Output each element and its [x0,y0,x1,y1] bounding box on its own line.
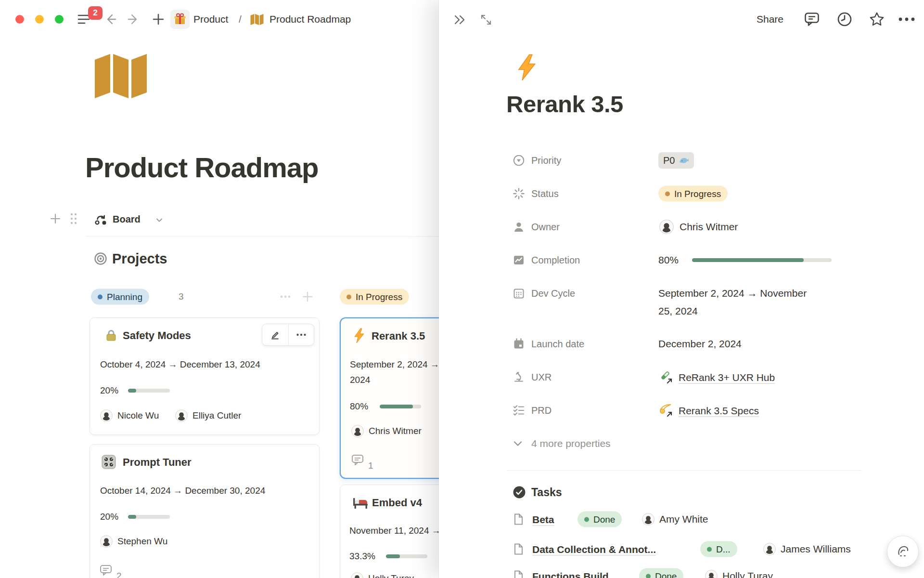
forward-arrow-icon[interactable] [128,13,140,26]
task-status-pill[interactable]: D... [700,541,737,557]
new-page-plus-icon[interactable] [152,13,165,26]
breadcrumb-item-product-roadmap[interactable]: Product Roadmap [270,13,351,25]
column-header-in-progress[interactable]: In Progress [340,289,409,305]
page-title[interactable]: Product Roadmap [85,151,319,184]
completion-progress-bar[interactable] [692,258,832,262]
lightning-icon [351,328,368,344]
dev-cycle-value-line2[interactable]: 25, 2024 [658,305,698,317]
bed-icon [352,495,369,510]
add-view-plus-icon[interactable] [50,213,61,224]
column-header-planning[interactable]: Planning [91,289,149,305]
card-safety-modes[interactable]: Safety Modes October 4, 2024 → December … [90,317,320,435]
page-icon [512,569,525,578]
card-prompt-tuner[interactable]: Prompt Tuner October 14, 2024 → December… [90,444,320,578]
back-arrow-icon[interactable] [104,13,116,26]
view-tab-board[interactable]: Board [113,214,141,225]
comment-icon [351,454,364,466]
control-knobs-icon [101,454,117,470]
avatar [705,570,718,578]
property-label-owner[interactable]: Owner [531,222,560,233]
task-title[interactable]: Functions Build [532,571,609,578]
more-properties-toggle[interactable]: 4 more properties [531,438,611,449]
card-title[interactable]: Embed v4 [372,497,422,509]
avatar [351,425,364,437]
dev-cycle-calendar-icon [512,287,526,300]
column-add-icon[interactable] [301,290,314,303]
property-label-launch-date[interactable]: Launch date [531,339,584,350]
expand-page-icon[interactable] [478,12,494,27]
whale-icon [679,155,689,166]
section-title-projects[interactable]: Projects [112,251,167,267]
status-dot [98,294,103,299]
avatar [100,535,113,548]
status-dot [646,574,651,578]
history-clock-icon[interactable] [835,11,854,28]
peek-panel: Share Rerank 3.5 [439,0,924,578]
card-title[interactable]: Prompt Tuner [123,456,192,469]
owner-value[interactable]: Chris Witmer [680,221,738,233]
property-label-status[interactable]: Status [531,188,559,199]
completion-icon [512,253,526,267]
avatar [175,409,188,422]
page-icon [512,512,525,526]
task-status-pill[interactable]: Done [639,568,683,578]
breadcrumb-item-product[interactable]: Product [193,13,228,25]
more-options-icon[interactable] [897,14,916,24]
page-icon-map[interactable] [91,51,150,101]
column-more-icon[interactable] [279,290,292,303]
task-title[interactable]: Data Collection & Annot... [532,544,656,556]
peek-page-icon-lightning[interactable] [515,54,538,83]
prd-checklist-icon [512,404,526,417]
property-label-priority[interactable]: Priority [531,155,561,166]
launch-date-value[interactable]: December 2, 2024 [658,338,742,350]
property-label-dev-cycle[interactable]: Dev Cycle [531,288,575,299]
card-title[interactable]: Safety Modes [123,329,191,342]
peek-title[interactable]: Rerank 3.5 [506,91,623,118]
share-button[interactable]: Share [757,13,783,25]
notion-ai-button[interactable] [887,536,919,567]
column-label: Planning [107,291,142,302]
comments-icon[interactable] [803,11,821,28]
uxr-link[interactable]: ReRank 3+ UXR Hub [679,372,775,384]
avatar [642,513,654,525]
board-view-icon [93,212,108,226]
status-icon [512,187,526,200]
card-more-icon[interactable] [289,324,314,345]
avatar [351,572,363,578]
status-dot [707,547,712,552]
task-assignee: James Williams [781,543,851,555]
task-assignee: Amy White [659,513,708,525]
card-title[interactable]: Rerank 3.5 [372,330,425,342]
comment-count: 1 [368,460,373,471]
window-zoom-button[interactable] [55,15,64,24]
prd-link[interactable]: Rerank 3.5 Specs [679,405,759,417]
progress-bar [380,405,421,408]
drag-handle-icon[interactable] [68,212,79,225]
progress-bar [128,389,170,393]
card-dates-line2: 2024 [350,375,370,385]
close-peek-chevrons-icon[interactable] [452,12,468,27]
property-label-prd[interactable]: PRD [531,405,552,416]
edit-pencil-icon[interactable] [262,324,288,345]
card-dates: October 4, 2024 → December 13, 2024 [100,359,260,370]
window-close-button[interactable] [15,15,24,24]
task-status-pill[interactable]: Done [578,512,622,527]
comet-link-icon [658,403,673,418]
task-title[interactable]: Beta [532,514,554,526]
property-label-completion[interactable]: Completion [531,255,580,266]
window-minimize-button[interactable] [35,15,44,24]
progress-bar [386,554,427,558]
uxr-microscope-icon [512,370,526,384]
priority-value-pill[interactable]: P0 [658,152,694,169]
chevron-down-icon[interactable] [155,216,164,224]
completion-percent: 80% [658,254,679,266]
task-status: Done [593,514,615,525]
app-window: 2 Product / Product Roadmap [0,0,924,578]
favorite-star-icon[interactable] [867,10,886,29]
card-percent: 20% [100,385,118,396]
property-label-uxr[interactable]: UXR [531,372,552,383]
chevron-down-icon[interactable] [512,438,524,449]
status-value-pill[interactable]: In Progress [658,186,728,202]
tasks-heading: Tasks [531,486,562,499]
dev-cycle-value-line1[interactable]: September 2, 2024 → November [658,288,807,299]
